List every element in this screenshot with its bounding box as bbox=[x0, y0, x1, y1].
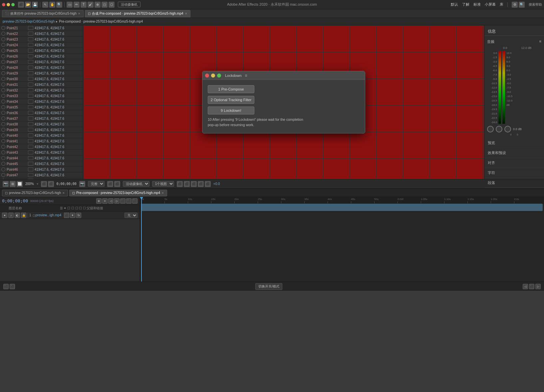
timeline-tab-close-1[interactable]: ✕ bbox=[62, 191, 65, 195]
layer-visibility-icon[interactable] bbox=[1, 71, 5, 75]
layer-visibility-icon[interactable] bbox=[1, 133, 5, 137]
eraser-tool[interactable]: ◻ bbox=[102, 2, 108, 8]
timeline-right[interactable]: 0s5s10s15s20s25s30s35s40s45s50s0:02f1:05… bbox=[140, 197, 544, 282]
right-section-预览[interactable]: 预览 bbox=[484, 138, 544, 148]
camera-select[interactable]: 活动摄像机 bbox=[123, 181, 149, 187]
layer-row[interactable]: Point45 419417.6, 419417.6 bbox=[0, 161, 83, 167]
layer-row[interactable]: Point36 419417.6, 419417.6 bbox=[0, 110, 83, 116]
tl-btn-7[interactable]: ⬛ bbox=[132, 198, 137, 204]
dialog-maximize-btn[interactable] bbox=[217, 74, 221, 78]
menu-small-screen[interactable]: 小屏幕 bbox=[485, 2, 496, 7]
right-section-对齐[interactable]: 对齐 bbox=[484, 158, 544, 168]
right-section-label[interactable]: 段落 bbox=[488, 179, 541, 186]
layer-visibility-icon[interactable] bbox=[1, 122, 5, 126]
layer-row[interactable]: Point28 419417.6, 419417.6 bbox=[0, 65, 83, 71]
region-icon[interactable]: ⬛ bbox=[48, 181, 54, 187]
pointer-tool[interactable]: ↖ bbox=[42, 2, 48, 8]
btn-solo2[interactable]: ◐ bbox=[15, 213, 20, 218]
layer-visibility-icon[interactable] bbox=[1, 128, 5, 132]
bottom-icon-2[interactable]: ⬛ bbox=[10, 284, 15, 289]
close-window-btn[interactable] bbox=[2, 3, 5, 6]
camera-icon[interactable]: 📷 bbox=[79, 181, 85, 187]
tl-btn-1[interactable]: ⊕ bbox=[96, 198, 102, 204]
layer-visibility-icon[interactable] bbox=[1, 37, 5, 41]
menu-default[interactable]: 默认 bbox=[451, 2, 458, 7]
text-tool[interactable]: T bbox=[81, 2, 87, 8]
layer-visibility-icon[interactable] bbox=[1, 179, 5, 179]
open-project-icon[interactable]: 📂 bbox=[25, 2, 31, 8]
layer-row[interactable]: Point35 419417.6, 419417.6 bbox=[0, 104, 83, 110]
render-icon-5[interactable]: ⬛ bbox=[205, 181, 211, 187]
layer-row[interactable]: Point47 419417.6, 419417.6 bbox=[0, 172, 83, 178]
layer-visibility-icon[interactable] bbox=[1, 156, 5, 160]
layer-visibility-icon[interactable] bbox=[1, 54, 5, 58]
timeline-tab-close-2[interactable]: ✕ bbox=[161, 191, 164, 195]
layer-row[interactable]: Point31 419417.6, 419417.6 bbox=[0, 82, 83, 88]
layer-visibility-icon[interactable] bbox=[1, 173, 5, 177]
render-icon-3[interactable]: ⬛ bbox=[191, 181, 197, 187]
layer-row[interactable]: Point44 419417.6, 419417.6 bbox=[0, 155, 83, 161]
search-icon[interactable]: 🔍 bbox=[519, 2, 525, 8]
layer-row[interactable]: Point23 419417.6, 419417.6 bbox=[0, 37, 83, 42]
layer-row[interactable]: Point40 419417.6, 419417.6 bbox=[0, 133, 83, 138]
right-section-label[interactable]: 预览 bbox=[488, 139, 541, 146]
view-icon-2[interactable]: ⬛ bbox=[114, 181, 120, 187]
layer-visibility-icon[interactable] bbox=[1, 49, 5, 53]
lockdown-btn[interactable]: 9 Lockdown! bbox=[208, 106, 254, 114]
render-icon-2[interactable]: ⬛ bbox=[184, 181, 190, 187]
right-section-效果和预设[interactable]: 效果和预设 bbox=[484, 148, 544, 158]
maximize-window-btn[interactable] bbox=[11, 3, 15, 6]
layer-visibility-icon[interactable] bbox=[1, 60, 5, 64]
layer-row[interactable]: Point37 419417.6, 419417.6 bbox=[0, 116, 83, 121]
layer-visibility-icon[interactable] bbox=[1, 32, 5, 36]
layer-row[interactable]: Point43 419417.6, 419417.6 bbox=[0, 150, 83, 155]
right-section-段落[interactable]: 段落 bbox=[484, 178, 544, 188]
layer-row[interactable]: Point22 419417.6, 419417.6 bbox=[0, 31, 83, 37]
zoom-tool[interactable]: 🔍 bbox=[56, 2, 62, 8]
tl-btn-4[interactable]: ▷ bbox=[114, 198, 120, 204]
layer-visibility-icon[interactable] bbox=[1, 167, 5, 171]
breadcrumb-nav-link[interactable]: preview-257023-bqnCr8Gmz5-high bbox=[3, 20, 55, 23]
parent-select[interactable]: 无 bbox=[125, 213, 137, 218]
pre-compose-btn[interactable]: 1 Pre-Compose bbox=[208, 85, 254, 93]
render-icon-4[interactable]: ⬛ bbox=[198, 181, 204, 187]
snapshot-icon[interactable]: 📷 bbox=[3, 181, 9, 187]
right-section-label[interactable]: 字符 bbox=[488, 169, 541, 176]
layer-visibility-icon[interactable] bbox=[1, 116, 5, 120]
timeline-tab-precomposed[interactable]: ◻ Pre-composed · preview-257023-bqnCr8Gm… bbox=[69, 190, 167, 196]
layer-row[interactable]: Point46 419417.6, 419417.6 bbox=[0, 167, 83, 172]
layer-visibility-icon[interactable] bbox=[1, 150, 5, 154]
layer-row[interactable]: Point24 419417.6, 419417.6 bbox=[0, 42, 83, 48]
playhead[interactable] bbox=[141, 197, 142, 282]
layer-visibility-icon[interactable] bbox=[1, 105, 5, 109]
view-icon-1[interactable]: ⬛ bbox=[107, 181, 113, 187]
bottom-icon-1[interactable]: ⬛ bbox=[3, 284, 9, 289]
tab-close-1[interactable]: ✕ bbox=[78, 12, 81, 15]
tl-btn-5[interactable]: ⬛ bbox=[120, 198, 126, 204]
bottom-right-icon-1[interactable]: ◁ bbox=[523, 284, 528, 289]
layer-row[interactable]: Point27 419417.6, 419417.6 bbox=[0, 59, 83, 65]
center-canvas[interactable]: Lockdown ≡ 1 Pre-Compose 2 Optional Trac… bbox=[83, 25, 484, 179]
layer-visibility-icon[interactable] bbox=[1, 83, 5, 87]
layer-row[interactable]: Point26 419417.6, 419417.6 bbox=[0, 54, 83, 59]
right-section-label[interactable]: 效果和预设 bbox=[488, 149, 541, 156]
dialog-close-btn[interactable] bbox=[205, 74, 209, 78]
layer-visibility-icon[interactable] bbox=[1, 77, 5, 81]
pen-tool[interactable]: ✏ bbox=[74, 2, 80, 8]
layer-visibility-icon[interactable] bbox=[1, 88, 5, 92]
layer-row[interactable]: Point41 419417.6, 419417.6 bbox=[0, 138, 83, 144]
menu-standard[interactable]: 标准 bbox=[473, 2, 481, 7]
tl-btn-2[interactable]: ≡ bbox=[102, 198, 108, 204]
timeline-time[interactable]: 0;00;00;00 bbox=[2, 198, 28, 203]
layer-visibility-icon[interactable] bbox=[1, 66, 5, 70]
layer-row[interactable]: Point21 419417.6, 419417.6 bbox=[0, 25, 83, 31]
tab-close-2[interactable]: ✕ bbox=[185, 12, 187, 15]
layer-row[interactable]: Point29 419417.6, 419417.6 bbox=[0, 71, 83, 76]
switch-2[interactable]: ✦ bbox=[70, 213, 75, 218]
clone-tool[interactable]: ⊕ bbox=[95, 2, 101, 8]
btn-solo[interactable]: ● bbox=[2, 213, 7, 218]
dialog-menu-icon[interactable]: ≡ bbox=[245, 73, 247, 78]
tracking-filter-btn[interactable]: 2 Optional Tracking Filter bbox=[208, 96, 254, 104]
layer-row[interactable]: Point42 419417.6, 419417.6 bbox=[0, 144, 83, 150]
align-btn[interactable]: 活动摄像机 bbox=[118, 2, 140, 7]
